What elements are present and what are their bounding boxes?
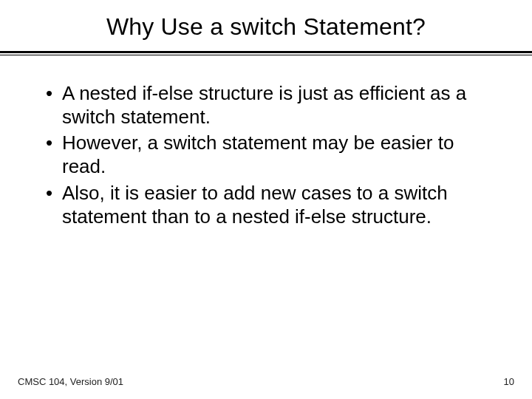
footer-page-no: 10 [504, 376, 514, 387]
slide: Why Use a switch Statement? A nested if-… [0, 0, 532, 399]
footer-course: CMSC 104, Version 9/01 [18, 376, 123, 387]
divider-thick [0, 51, 532, 53]
list-item: However, a switch statement may be easie… [44, 132, 488, 178]
slide-title: Why Use a switch Statement? [30, 13, 502, 41]
list-item: A nested if-else structure is just as ef… [44, 82, 488, 129]
bullet-list: A nested if-else structure is just as ef… [44, 82, 488, 228]
title-area: Why Use a switch Statement? [0, 0, 532, 47]
slide-body: A nested if-else structure is just as ef… [0, 55, 532, 228]
slide-footer: CMSC 104, Version 9/01 10 [0, 376, 532, 387]
list-item: Also, it is easier to add new cases to a… [44, 182, 488, 228]
